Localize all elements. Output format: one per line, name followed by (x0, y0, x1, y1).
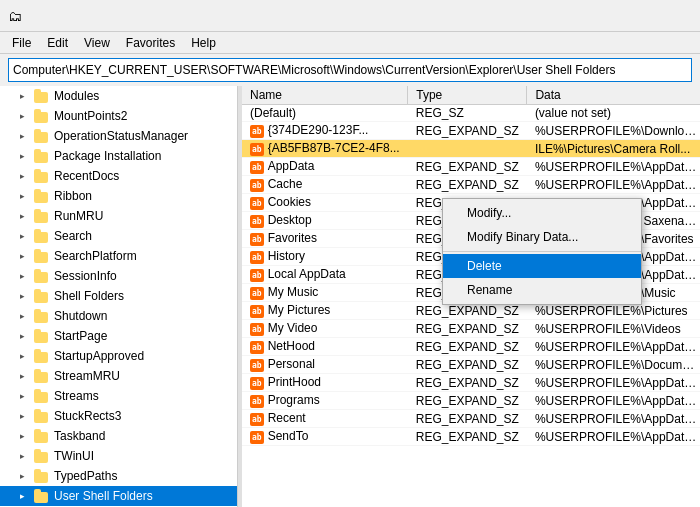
folder-icon (34, 309, 50, 323)
reg-name: abDesktop (242, 212, 408, 230)
chevron-icon: ▸ (20, 111, 34, 121)
reg-name-text: Personal (268, 357, 315, 371)
menu-item-edit[interactable]: Edit (39, 34, 76, 52)
folder-icon (34, 89, 50, 103)
reg-name-text: History (268, 249, 305, 263)
reg-name-text: {AB5FB87B-7CE2-4F8... (268, 141, 400, 155)
ab-icon: ab (250, 377, 264, 390)
tree-item[interactable]: ▸StartPage (0, 326, 237, 346)
tree-item[interactable]: ▸TWinUI (0, 446, 237, 466)
tree-item[interactable]: ▸Search (0, 226, 237, 246)
reg-name-text: My Music (268, 285, 319, 299)
registry-row[interactable]: abRecentREG_EXPAND_SZ%USERPROFILE%\AppDa… (242, 410, 700, 428)
tree-item-label: Package Installation (54, 149, 161, 163)
registry-row[interactable]: abCacheREG_EXPAND_SZ%USERPROFILE%\AppDat… (242, 176, 700, 194)
reg-data: %USERPROFILE%\AppData\Loc... (527, 176, 700, 194)
folder-icon (34, 189, 50, 203)
chevron-icon: ▸ (20, 351, 34, 361)
col-header-type[interactable]: Type (408, 86, 527, 105)
ab-icon: ab (250, 125, 264, 138)
folder-icon (34, 249, 50, 263)
menu-item-file[interactable]: File (4, 34, 39, 52)
ab-icon: ab (250, 413, 264, 426)
reg-name-text: My Pictures (268, 303, 331, 317)
reg-name-text: Cookies (268, 195, 311, 209)
tree-item[interactable]: ▸Ribbon (0, 186, 237, 206)
reg-data: %USERPROFILE%\AppData\Roa... (527, 410, 700, 428)
address-bar[interactable] (8, 58, 692, 82)
ab-icon: ab (250, 359, 264, 372)
tree-item[interactable]: ▸Streams (0, 386, 237, 406)
tree-item-label: StreamMRU (54, 369, 120, 383)
chevron-icon: ▸ (20, 251, 34, 261)
ab-icon: ab (250, 197, 264, 210)
tree-item-label: Modules (54, 89, 99, 103)
registry-row[interactable]: abNetHoodREG_EXPAND_SZ%USERPROFILE%\AppD… (242, 338, 700, 356)
ab-icon: ab (250, 431, 264, 444)
tree-item[interactable]: ▸RunMRU (0, 206, 237, 226)
context-menu-item-rename[interactable]: Rename (443, 278, 641, 302)
tree-item[interactable]: ▸Shell Folders (0, 286, 237, 306)
registry-row[interactable]: abPersonalREG_EXPAND_SZ%USERPROFILE%\Doc… (242, 356, 700, 374)
tree-item[interactable]: ▸StreamMRU (0, 366, 237, 386)
folder-icon (34, 389, 50, 403)
reg-name-text: Local AppData (268, 267, 346, 281)
folder-icon (34, 209, 50, 223)
registry-row[interactable]: abSendToREG_EXPAND_SZ%USERPROFILE%\AppDa… (242, 428, 700, 446)
reg-name: (Default) (242, 105, 408, 122)
reg-data: %USERPROFILE%\AppData\Roa... (527, 392, 700, 410)
context-menu-item-modify-binary-data---[interactable]: Modify Binary Data... (443, 225, 641, 249)
chevron-icon: ▸ (20, 151, 34, 161)
menu-item-help[interactable]: Help (183, 34, 224, 52)
tree-item-label: RunMRU (54, 209, 103, 223)
tree-item[interactable]: ▸Modules (0, 86, 237, 106)
tree-item[interactable]: ▸MountPoints2 (0, 106, 237, 126)
chevron-icon: ▸ (20, 371, 34, 381)
tree-item-label: Ribbon (54, 189, 92, 203)
tree-item[interactable]: ▸SessionInfo (0, 266, 237, 286)
reg-name: abPersonal (242, 356, 408, 374)
reg-name-text: Programs (268, 393, 320, 407)
tree-item[interactable]: ▸Package Installation (0, 146, 237, 166)
registry-row[interactable]: abProgramsREG_EXPAND_SZ%USERPROFILE%\App… (242, 392, 700, 410)
tree-panel[interactable]: ▸Modules▸MountPoints2▸OperationStatusMan… (0, 86, 238, 507)
col-header-name[interactable]: Name (242, 86, 408, 105)
chevron-icon: ▸ (20, 271, 34, 281)
tree-item[interactable]: ▸Shutdown (0, 306, 237, 326)
title-bar: 🗂 (0, 0, 700, 32)
context-menu-item-delete[interactable]: Delete (443, 254, 641, 278)
tree-item[interactable]: ▸SearchPlatform (0, 246, 237, 266)
registry-row[interactable]: abMy VideoREG_EXPAND_SZ%USERPROFILE%\Vid… (242, 320, 700, 338)
tree-item[interactable]: ▸StartupApproved (0, 346, 237, 366)
reg-name: abCookies (242, 194, 408, 212)
registry-row[interactable]: ab{374DE290-123F...REG_EXPAND_SZ%USERPRO… (242, 122, 700, 140)
registry-panel[interactable]: Name Type Data (Default)REG_SZ(value not… (242, 86, 700, 507)
reg-type: REG_EXPAND_SZ (408, 338, 527, 356)
tree-item[interactable]: ▸TypedPaths (0, 466, 237, 486)
tree-item[interactable]: ▸User Shell Folders (0, 486, 237, 506)
chevron-icon: ▸ (20, 331, 34, 341)
context-menu-item-modify---[interactable]: Modify... (443, 201, 641, 225)
reg-name: ab{374DE290-123F... (242, 122, 408, 140)
registry-row[interactable]: (Default)REG_SZ(value not set) (242, 105, 700, 122)
folder-icon (34, 169, 50, 183)
tree-item[interactable]: ▸StuckRects3 (0, 406, 237, 426)
menu-item-favorites[interactable]: Favorites (118, 34, 183, 52)
registry-row[interactable]: abAppDataREG_EXPAND_SZ%USERPROFILE%\AppD… (242, 158, 700, 176)
reg-type: REG_EXPAND_SZ (408, 392, 527, 410)
tree-item[interactable]: ▸OperationStatusManager (0, 126, 237, 146)
chevron-icon: ▸ (20, 311, 34, 321)
col-header-data[interactable]: Data (527, 86, 700, 105)
tree-item[interactable]: ▸Taskband (0, 426, 237, 446)
address-input[interactable] (13, 63, 687, 77)
reg-type: REG_EXPAND_SZ (408, 428, 527, 446)
folder-icon (34, 449, 50, 463)
registry-row[interactable]: abPrintHoodREG_EXPAND_SZ%USERPROFILE%\Ap… (242, 374, 700, 392)
reg-name: abAppData (242, 158, 408, 176)
menu-item-view[interactable]: View (76, 34, 118, 52)
reg-type: REG_EXPAND_SZ (408, 122, 527, 140)
folder-icon (34, 489, 50, 503)
registry-row[interactable]: ab{AB5FB87B-7CE2-4F8...ILE%\Pictures\Cam… (242, 140, 700, 158)
chevron-icon: ▸ (20, 211, 34, 221)
tree-item[interactable]: ▸RecentDocs (0, 166, 237, 186)
